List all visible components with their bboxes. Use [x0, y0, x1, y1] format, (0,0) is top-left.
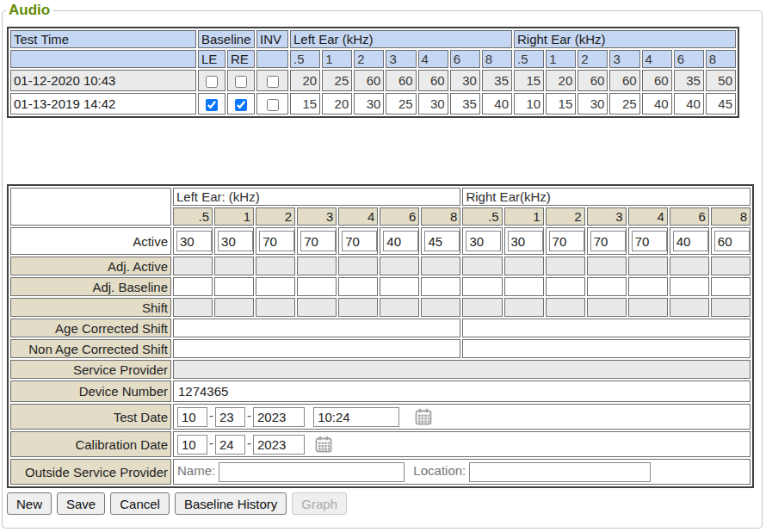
active-left-input[interactable] — [176, 231, 212, 251]
non-age-corrected-shift-left-cell — [173, 339, 460, 358]
row-label-active: Active — [10, 227, 171, 255]
outside-provider-name-input[interactable] — [219, 462, 405, 482]
date-separator: - — [247, 408, 251, 423]
adj-baseline-cell — [587, 277, 627, 296]
calibration-date-month-input[interactable] — [177, 435, 207, 455]
history-row: 01-12-2020 10:43 20 25 60 60 60 30 35 15… — [10, 70, 736, 91]
adj-baseline-cell — [546, 277, 585, 296]
outside-provider-location-label: Location: — [413, 463, 466, 478]
test-time-input[interactable] — [313, 407, 399, 427]
freq-header: 3 — [386, 50, 416, 68]
row-label-non-age-corrected-shift: Non Age Corrected Shift — [10, 339, 171, 358]
header-spacer — [10, 50, 196, 68]
threshold-cell: 60 — [354, 70, 384, 91]
threshold-cell: 10 — [514, 93, 544, 114]
active-right-input[interactable] — [590, 231, 626, 251]
active-right-input[interactable] — [549, 231, 584, 251]
save-button[interactable]: Save — [57, 492, 105, 515]
adj-baseline-cell — [670, 277, 709, 296]
calibration-date-day-input[interactable] — [215, 435, 245, 455]
row-label-adj-baseline: Adj. Baseline — [10, 277, 171, 296]
active-left-input[interactable] — [300, 231, 336, 251]
freq-header: 3 — [297, 207, 337, 226]
threshold-cell: 35 — [674, 70, 704, 91]
freq-header: 4 — [628, 207, 668, 226]
active-left-input[interactable] — [218, 231, 253, 251]
adj-baseline-cell — [462, 277, 502, 296]
active-right-input[interactable] — [714, 231, 750, 251]
adj-baseline-cell — [297, 277, 337, 296]
freq-header: 1 — [322, 50, 352, 68]
freq-header: .5 — [462, 207, 502, 226]
inv-checkbox[interactable] — [267, 99, 279, 111]
adj-active-cell — [504, 257, 544, 275]
freq-header: 6 — [380, 207, 419, 226]
shift-cell — [173, 298, 213, 317]
threshold-cell: 60 — [578, 70, 608, 91]
freq-header: 1 — [504, 207, 544, 226]
row-label-adj-active: Adj. Active — [10, 257, 171, 275]
cancel-button[interactable]: Cancel — [110, 492, 170, 515]
col-header-test-time: Test Time — [10, 30, 196, 48]
outside-provider-location-input[interactable] — [469, 462, 651, 482]
freq-header: 8 — [711, 207, 751, 226]
threshold-cell: 60 — [642, 70, 672, 91]
non-age-corrected-shift-right-cell — [462, 339, 751, 358]
test-date-day-input[interactable] — [215, 407, 245, 427]
baseline-le-checkbox[interactable] — [206, 99, 218, 111]
threshold-cell: 30 — [354, 93, 384, 114]
threshold-cell: 45 — [706, 93, 736, 114]
calibration-date-year-input[interactable] — [253, 435, 305, 455]
col-header-baseline: Baseline — [198, 30, 255, 48]
baseline-history-button[interactable]: Baseline History — [175, 492, 287, 515]
active-left-input[interactable] — [342, 231, 377, 251]
adj-baseline-cell — [173, 277, 213, 296]
shift-cell — [587, 298, 627, 317]
freq-header: 2 — [546, 207, 585, 226]
row-label-calibration-date: Calibration Date — [10, 431, 171, 457]
freq-header: 8 — [421, 207, 460, 226]
test-date-month-input[interactable] — [177, 407, 207, 427]
shift-cell — [297, 298, 337, 317]
freq-header: 8 — [706, 50, 736, 68]
date-separator: - — [209, 436, 213, 450]
threshold-cell: 25 — [609, 93, 639, 114]
freq-header: 4 — [338, 207, 378, 226]
calendar-icon[interactable] — [315, 436, 332, 453]
active-left-input[interactable] — [424, 231, 460, 251]
new-button[interactable]: New — [7, 492, 52, 515]
active-right-input[interactable] — [508, 231, 543, 251]
test-time-cell: 01-12-2020 10:43 — [10, 70, 196, 91]
threshold-cell: 35 — [450, 93, 480, 114]
adj-active-cell — [380, 257, 419, 275]
active-left-input[interactable] — [383, 231, 418, 251]
history-row: 01-13-2019 14:42 15 20 30 25 30 35 40 10… — [10, 93, 736, 114]
active-left-input[interactable] — [259, 231, 294, 251]
threshold-cell: 60 — [609, 70, 639, 91]
baseline-le-checkbox[interactable] — [206, 76, 218, 88]
active-right-input[interactable] — [673, 231, 708, 251]
shift-cell — [711, 298, 751, 317]
outside-provider-name-label: Name: — [177, 463, 215, 478]
active-right-input[interactable] — [466, 231, 501, 251]
threshold-cell: 40 — [642, 93, 672, 114]
calendar-icon[interactable] — [415, 408, 432, 425]
col-header-le: LE — [198, 50, 225, 68]
active-right-input[interactable] — [632, 231, 667, 251]
freq-header: 1 — [546, 50, 576, 68]
adj-baseline-cell — [214, 277, 254, 296]
inv-checkbox[interactable] — [267, 76, 279, 88]
baseline-re-checkbox[interactable] — [235, 99, 247, 111]
adj-active-cell — [628, 257, 668, 275]
test-date-year-input[interactable] — [253, 407, 305, 427]
shift-cell — [421, 298, 460, 317]
adj-active-cell — [587, 257, 627, 275]
freq-header: .5 — [290, 50, 320, 68]
threshold-cell: 60 — [418, 70, 448, 91]
freq-header: 6 — [450, 50, 480, 68]
threshold-cell: 30 — [578, 93, 608, 114]
adj-active-cell — [173, 257, 213, 275]
threshold-cell: 25 — [322, 70, 352, 91]
shift-cell — [338, 298, 378, 317]
baseline-re-checkbox[interactable] — [235, 76, 247, 88]
